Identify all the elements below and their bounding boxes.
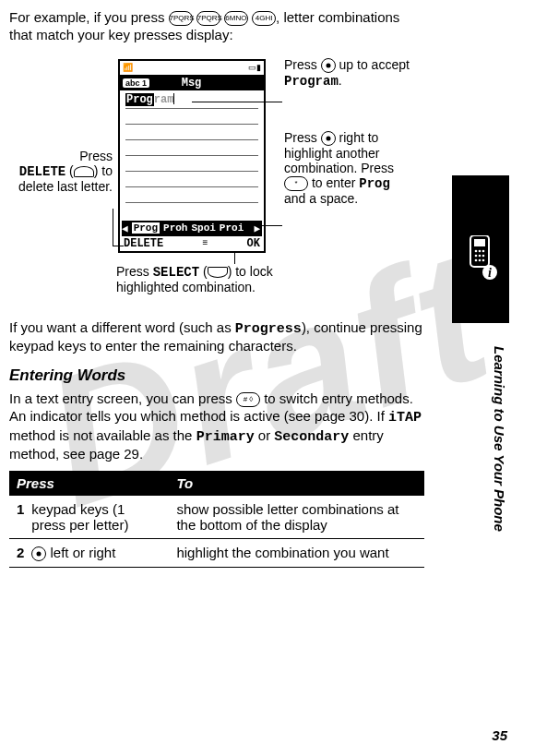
phone-icon: i [465,235,498,282]
heading-entering-words: Entering Words [9,366,424,385]
star-key-icon: * [284,176,308,191]
intro-paragraph: For example, if you press 7PQRS 7PQRS 6M… [9,9,424,44]
svg-rect-1 [474,239,485,246]
callout-highlight: Press right to highlight another combina… [284,130,409,207]
title-bar: abc 1 Msg [120,76,264,90]
hash-key-icon: # ◊ [236,392,260,407]
table-head-to: To [169,471,424,496]
suggestion-item: Spoi [191,222,215,234]
row-press: keypad keys (1 press per letter) [24,496,169,539]
row-to: highlight the combination you want [169,539,424,568]
svg-point-8 [475,259,478,262]
leader-line [260,225,282,226]
key-7-icon: 7PQRS [169,11,193,26]
key-4-icon: 4GHI [252,11,276,26]
suggestion-selected: Prog [132,222,160,234]
table-row: 1 keypad keys (1 press per letter) show … [9,496,424,539]
table-head-press: Press [9,471,169,496]
leader-line [192,102,282,102]
leader-line [113,209,113,246]
entered-highlight: Prog [125,93,154,106]
cursor-icon [173,93,174,104]
svg-point-5 [475,255,478,258]
svg-point-10 [482,259,485,262]
row-to: show possible letter combinations at the… [169,496,424,539]
svg-point-6 [479,255,482,258]
entry-mode-badge: abc 1 [123,78,149,88]
nav-key-icon [31,546,46,561]
suggestion-item: Proi [220,222,244,234]
para-entry-methods: In a text entry screen, you can press # … [9,390,424,463]
row-number: 2 [9,539,24,568]
svg-point-7 [482,255,485,258]
left-softkey-icon [74,166,94,177]
key-6-icon: 6MNO [224,11,248,26]
svg-point-3 [479,250,482,253]
leader-line [234,253,235,264]
suggestions-left-arrow-icon: ◀ [122,222,128,234]
side-black-tab: i [452,175,509,323]
chapter-side-text: Learning to Use Your Phone [492,346,507,532]
svg-text:i: i [488,266,492,280]
softkey-left: DELETE [124,237,163,250]
battery-icon: ▭▮ [248,63,261,72]
row-number: 1 [9,496,24,539]
phone-screen: 📶 ▭▮ abc 1 Msg Program ◀ P [118,59,266,253]
right-softkey-icon [208,267,228,278]
leader-line [113,246,124,246]
suggestions-right-arrow-icon: ▶ [254,222,260,234]
instructions-table: Press To 1 keypad keys (1 press per lett… [9,471,424,568]
signal-icon: 📶 [123,63,133,72]
para-different-word: If you want a different word (such as Pr… [9,319,424,356]
key-7-icon: 7PQRS [196,11,220,26]
callout-delete: Press DELETE () to delete last letter. [9,149,113,194]
softkey-right: OK [247,237,260,250]
callout-accept: Press up to accept Program. [284,57,413,89]
svg-point-4 [482,250,485,253]
menu-icon: ≡ [202,238,208,248]
suggestions-bar: ◀ Prog Proh Spoi Proi ▶ [122,221,262,236]
page-number: 35 [492,727,507,743]
predicted-grey: ram [154,93,174,106]
row-press: left or right [24,539,169,568]
screen-title: Msg [149,77,233,90]
text-entry-area: Program [120,90,264,220]
status-bar: 📶 ▭▮ [120,61,264,76]
table-row: 2 left or right highlight the combinatio… [9,539,424,568]
svg-point-9 [479,259,482,262]
callout-select: Press SELECT () to lock highlighted comb… [116,264,319,294]
intro-prefix: For example, if you press [9,9,169,25]
diagram-area: 📶 ▭▮ abc 1 Msg Program ◀ P [9,52,424,310]
softkey-bar: DELETE ≡ OK [120,236,264,251]
nav-key-icon [321,58,336,73]
nav-key-icon [321,131,336,146]
svg-point-2 [475,250,478,253]
suggestion-item: Proh [163,222,187,234]
